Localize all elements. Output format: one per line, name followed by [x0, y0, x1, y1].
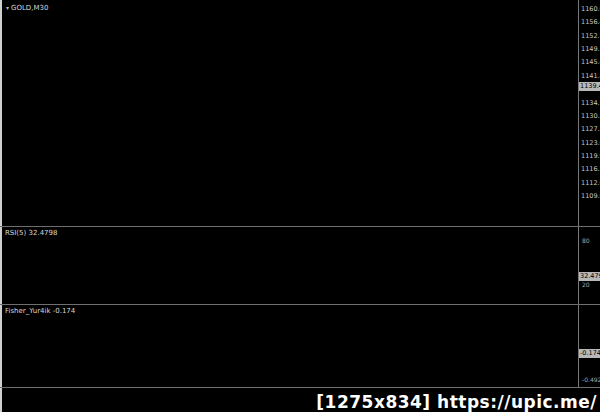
- fisher-canvas: [2, 305, 578, 387]
- main-chart-canvas: [2, 2, 578, 226]
- price-axis-tick: 1109.00: [581, 192, 600, 200]
- price-axis-tick: 1141.80: [581, 72, 600, 80]
- rsi-label: RSI(5) 32.4798: [5, 229, 57, 237]
- price-axis-tick: 1116.20: [581, 165, 600, 173]
- price-axis-tick: 1130.80: [581, 112, 600, 120]
- symbol-text: GOLD,M30: [11, 4, 48, 12]
- price-axis-tick: 1112.60: [581, 179, 600, 187]
- fisher-label: Fisher_Yur4ik -0.174: [5, 307, 75, 315]
- rsi-value-box: 32.4798: [579, 272, 600, 281]
- price-axis-tick: 1123.60: [581, 139, 600, 147]
- rsi-level-label: 20: [582, 281, 590, 288]
- mt4-chart-window: ▾GOLD,M30 1160.001156.401152.701149.1011…: [0, 0, 600, 412]
- fisher-axis-min: -0.492: [582, 376, 600, 383]
- price-axis-tick: 1152.70: [581, 32, 600, 40]
- price-axis-tick: 1145.40: [581, 58, 600, 66]
- price-axis-tick: 1156.40: [581, 18, 600, 26]
- price-axis-tick: 1149.10: [581, 45, 600, 53]
- price-axis-tick: 1160.00: [581, 5, 600, 13]
- fisher-value-box: -0.174: [579, 349, 600, 358]
- price-axis-tick: 1119.90: [581, 152, 600, 160]
- price-axis[interactable]: 1160.001156.401152.701149.101145.401141.…: [578, 0, 600, 387]
- symbol-label: ▾GOLD,M30: [6, 4, 48, 12]
- watermark: [1275x834] https://upic.me/: [316, 392, 597, 412]
- current-price-box: 1139.42: [579, 82, 600, 91]
- rsi-canvas: [2, 227, 578, 304]
- main-chart-panel[interactable]: ▾GOLD,M30: [2, 2, 578, 226]
- fisher-panel[interactable]: Fisher_Yur4ik -0.174: [2, 305, 578, 387]
- chart-dropdown-icon[interactable]: ▾: [6, 4, 9, 11]
- rsi-panel[interactable]: RSI(5) 32.4798: [2, 227, 578, 304]
- rsi-level-label: 80: [582, 237, 590, 244]
- price-axis-tick: 1134.50: [581, 99, 600, 107]
- price-axis-tick: 1127.20: [581, 125, 600, 133]
